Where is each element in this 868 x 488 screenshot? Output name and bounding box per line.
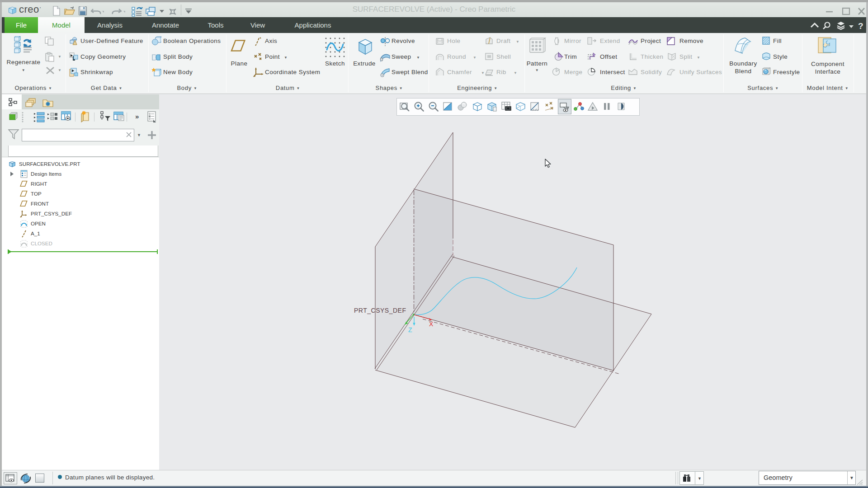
svg-text:?: ? — [858, 21, 863, 31]
svg-text:Z: Z — [408, 326, 412, 333]
svg-text:PRT_CSYS_DEF: PRT_CSYS_DEF — [354, 307, 406, 314]
svg-text:X: X — [429, 320, 434, 328]
